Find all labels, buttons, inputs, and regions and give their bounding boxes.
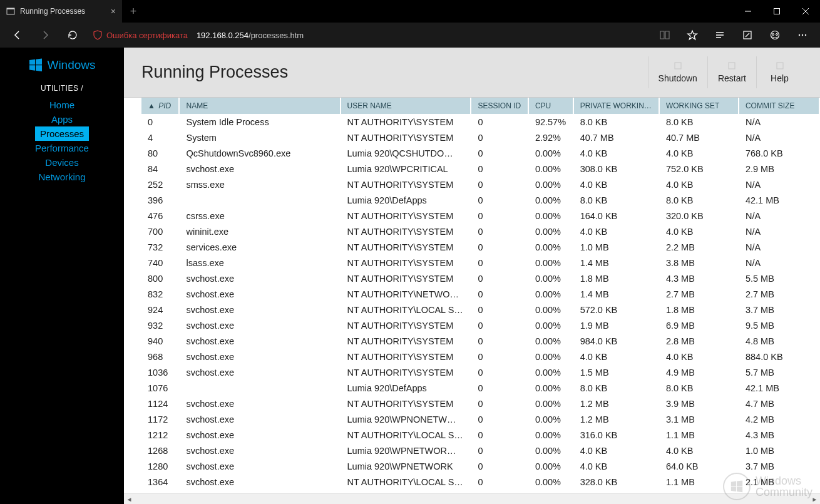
table-cell: NT AUTHORITY\SYSTEM	[341, 255, 471, 270]
browser-tab[interactable]: Running Processes ×	[0, 0, 122, 23]
table-cell: svchost.exe	[179, 411, 340, 427]
table-row[interactable]: 732services.exeNT AUTHORITY\SYSTEM00.00%…	[141, 239, 819, 255]
minimize-button[interactable]	[734, 0, 762, 23]
column-header[interactable]: SESSION ID	[471, 98, 528, 114]
table-row[interactable]: 1268svchost.exeLumia 920\WPNETWOR…00.00%…	[141, 443, 819, 458]
refresh-button[interactable]	[60, 23, 85, 48]
table-row[interactable]: 396Lumia 920\DefApps00.00%8.0 KB8.0 KB42…	[141, 192, 819, 208]
column-header[interactable]: USER NAME	[341, 98, 471, 114]
table-cell: 0	[471, 380, 528, 396]
back-button[interactable]	[5, 23, 30, 48]
table-cell: 1124	[141, 396, 179, 411]
table-cell: 8.0 KB	[573, 192, 659, 208]
table-row[interactable]: 252smss.exeNT AUTHORITY\SYSTEM00.00%4.0 …	[141, 177, 819, 192]
horizontal-scrollbar[interactable]: ◄ ►	[124, 493, 820, 504]
table-cell: NT AUTHORITY\SYSTEM	[341, 270, 471, 286]
table-cell: 932	[141, 317, 179, 333]
table-cell: 4.0 KB	[659, 177, 739, 192]
table-row[interactable]: 476csrss.exeNT AUTHORITY\SYSTEM00.00%164…	[141, 208, 819, 224]
table-cell: 0.00%	[528, 317, 573, 333]
table-row[interactable]: 832svchost.exeNT AUTHORITY\NETWO…00.00%1…	[141, 286, 819, 302]
close-button[interactable]	[791, 0, 820, 23]
table-cell: 0.00%	[528, 224, 573, 239]
table-row[interactable]: 968svchost.exeNT AUTHORITY\SYSTEM00.00%4…	[141, 349, 819, 364]
table-cell: Lumia 920\DefApps	[341, 380, 471, 396]
table-cell: 984.0 KB	[573, 333, 659, 349]
web-note-icon[interactable]	[735, 23, 760, 48]
restart-button[interactable]: Restart	[707, 56, 756, 88]
sidebar-item-networking[interactable]: Networking	[35, 170, 89, 184]
table-scroll[interactable]: ▲ PIDNAMEUSER NAMESESSION IDCPUPRIVATE W…	[124, 98, 820, 493]
table-cell: 0.00%	[528, 474, 573, 490]
table-row[interactable]: 84svchost.exeLumia 920\WPCRITICAL00.00%3…	[141, 161, 819, 177]
maximize-button[interactable]	[762, 0, 791, 23]
table-cell: 2.92%	[528, 130, 573, 145]
table-row[interactable]: 1280svchost.exeLumia 920\WPNETWORK00.00%…	[141, 458, 819, 474]
window-controls	[734, 0, 820, 23]
table-cell: svchost.exe	[179, 333, 340, 349]
share-icon[interactable]	[762, 23, 787, 48]
reading-view-icon[interactable]	[652, 23, 677, 48]
table-cell: 3.8 MB	[659, 255, 739, 270]
table-row[interactable]: 1036svchost.exeNT AUTHORITY\SYSTEM00.00%…	[141, 364, 819, 380]
sidebar-item-home[interactable]: Home	[35, 98, 89, 112]
table-row[interactable]: 940svchost.exeNT AUTHORITY\SYSTEM00.00%9…	[141, 333, 819, 349]
header-actions: ShutdownRestartHelp	[648, 56, 802, 88]
table-row[interactable]: 1076Lumia 920\DefApps00.00%8.0 KB8.0 KB4…	[141, 380, 819, 396]
new-tab-button[interactable]: +	[122, 0, 145, 23]
column-header[interactable]: CPU	[528, 98, 573, 114]
table-cell: 4.0 KB	[659, 145, 739, 161]
hub-icon[interactable]	[707, 23, 732, 48]
table-cell	[179, 380, 340, 396]
table-row[interactable]: 700wininit.exeNT AUTHORITY\SYSTEM00.00%4…	[141, 224, 819, 239]
table-cell: 396	[141, 192, 179, 208]
table-cell: 1172	[141, 411, 179, 427]
table-row[interactable]: 1124svchost.exeNT AUTHORITY\SYSTEM00.00%…	[141, 396, 819, 411]
table-row[interactable]: 1212svchost.exeNT AUTHORITY\LOCAL S…00.0…	[141, 427, 819, 443]
table-cell: 0.00%	[528, 208, 573, 224]
table-cell: 0.00%	[528, 161, 573, 177]
sidebar-item-apps[interactable]: Apps	[35, 112, 89, 126]
shutdown-button[interactable]: Shutdown	[648, 56, 707, 88]
table-cell: services.exe	[179, 239, 340, 255]
column-header[interactable]: WORKING SET	[659, 98, 739, 114]
table-row[interactable]: 4SystemNT AUTHORITY\SYSTEM02.92%40.7 MB4…	[141, 130, 819, 145]
help-button[interactable]: Help	[756, 56, 802, 88]
scroll-right-icon[interactable]: ►	[809, 494, 820, 505]
sidebar-item-performance[interactable]: Performance	[35, 141, 89, 155]
table-cell: 0.00%	[528, 286, 573, 302]
forward-button[interactable]	[33, 23, 58, 48]
sidebar-item-processes[interactable]: Processes	[35, 126, 89, 141]
table-cell: 0	[471, 364, 528, 380]
table-cell: Lumia 920\WPNETWOR…	[341, 443, 471, 458]
table-body: 0System Idle ProcessNT AUTHORITY\SYSTEM0…	[141, 114, 819, 490]
table-cell: 1036	[141, 364, 179, 380]
sidebar-item-devices[interactable]: Devices	[35, 155, 89, 170]
table-row[interactable]: 932svchost.exeNT AUTHORITY\SYSTEM00.00%1…	[141, 317, 819, 333]
table-row[interactable]: 80QcShutdownSvc8960.exeLumia 920\QCSHUTD…	[141, 145, 819, 161]
table-row[interactable]: 924svchost.exeNT AUTHORITY\LOCAL S…00.00…	[141, 302, 819, 317]
table-row[interactable]: 1364svchost.exeNT AUTHORITY\LOCAL S…00.0…	[141, 474, 819, 490]
table-cell: NT AUTHORITY\LOCAL S…	[341, 302, 471, 317]
table-row[interactable]: 0System Idle ProcessNT AUTHORITY\SYSTEM0…	[141, 114, 819, 130]
table-cell: 2.2 MB	[659, 239, 739, 255]
svg-point-14	[802, 34, 803, 36]
column-header[interactable]: NAME	[179, 98, 340, 114]
table-row[interactable]: 1172svchost.exeLumia 920\WPNONETW…00.00%…	[141, 411, 819, 427]
table-row[interactable]: 800svchost.exeNT AUTHORITY\SYSTEM00.00%1…	[141, 270, 819, 286]
table-cell: 0	[471, 443, 528, 458]
more-icon[interactable]	[790, 23, 815, 48]
certificate-warning[interactable]: Ошибка сертификата	[93, 30, 188, 40]
favorite-icon[interactable]	[680, 23, 705, 48]
column-header[interactable]: COMMIT SIZE	[739, 98, 819, 114]
close-icon[interactable]: ×	[111, 6, 116, 16]
browser-chrome: Running Processes × + Ошибка сертификата…	[0, 0, 820, 48]
column-header[interactable]: ▲ PID	[141, 98, 179, 114]
url-display[interactable]: 192.168.0.254/processes.htm	[197, 31, 304, 40]
table-cell: 4.0 KB	[659, 349, 739, 364]
table-cell: csrss.exe	[179, 208, 340, 224]
table-cell: NT AUTHORITY\LOCAL S…	[341, 427, 471, 443]
scroll-left-icon[interactable]: ◄	[124, 494, 135, 505]
table-row[interactable]: 740lsass.exeNT AUTHORITY\SYSTEM00.00%1.4…	[141, 255, 819, 270]
column-header[interactable]: PRIVATE WORKIN…	[573, 98, 659, 114]
